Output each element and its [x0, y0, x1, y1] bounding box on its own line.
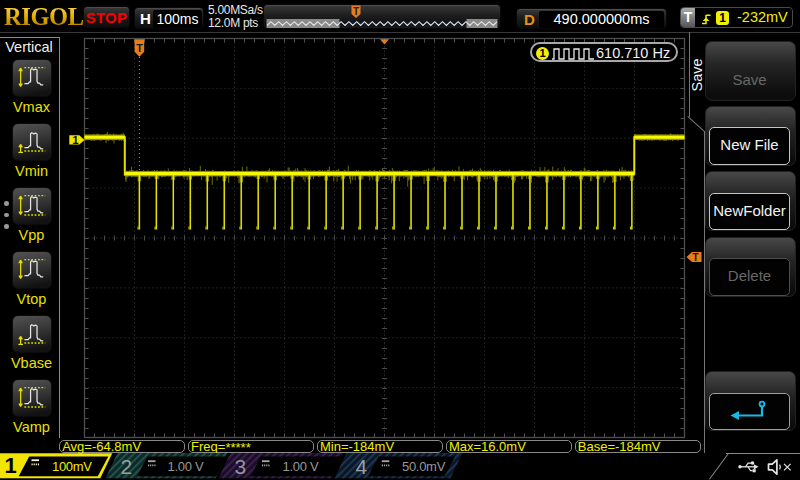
svg-text:T: T	[136, 42, 143, 54]
svg-text:T: T	[692, 252, 698, 263]
svg-text:1: 1	[72, 134, 79, 146]
